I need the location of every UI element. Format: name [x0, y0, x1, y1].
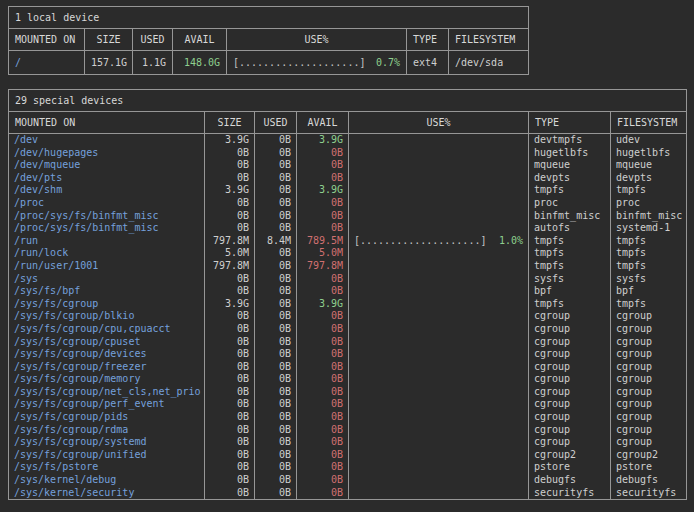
cell-mounted-on: /sys/fs/cgroup/unified — [9, 449, 205, 462]
table-row: /sys/fs/cgroup/systemd0B0B0Bcgroupcgroup — [9, 436, 687, 449]
cell-size: 0B — [205, 147, 255, 160]
table-row: /sys/fs/bpf0B0B0Bbpfbpf — [9, 285, 687, 298]
cell-used: 0B — [255, 159, 297, 172]
cell-use-percent — [349, 436, 529, 449]
cell-mounted-on: /sys/fs/cgroup/perf_event — [9, 398, 205, 411]
table-row: /sys/fs/cgroup/rdma0B0B0Bcgroupcgroup — [9, 424, 687, 437]
cell-avail: 0B — [297, 386, 349, 399]
cell-use-percent — [349, 134, 529, 147]
cell-type: binfmt_misc — [529, 210, 611, 223]
cell-filesystem: tmpfs — [611, 247, 687, 260]
cell-used: 0B — [255, 184, 297, 197]
cell-filesystem: proc — [611, 197, 687, 210]
table-row: /sys/fs/cgroup/unified0B0B0Bcgroup2cgrou… — [9, 449, 687, 462]
cell-mounted-on: /sys/fs/cgroup/memory — [9, 373, 205, 386]
cell-mounted-on: /proc — [9, 197, 205, 210]
cell-filesystem: cgroup — [611, 398, 687, 411]
cell-avail: 789.5M — [297, 235, 349, 248]
cell-mounted-on: /run/lock — [9, 247, 205, 260]
local-device-rows: /157.1G1.1G148.0G[....................]0… — [9, 51, 529, 75]
cell-use-percent — [349, 310, 529, 323]
cell-used: 0B — [255, 285, 297, 298]
cell-avail: 3.9G — [297, 298, 349, 311]
cell-type: cgroup — [529, 323, 611, 336]
cell-size: 0B — [205, 386, 255, 399]
cell-avail: 0B — [297, 323, 349, 336]
cell-size: 0B — [205, 487, 255, 500]
cell-type: cgroup — [529, 348, 611, 361]
cell-filesystem: tmpfs — [611, 260, 687, 273]
column-header-mounted-on: MOUNTED ON — [9, 29, 85, 51]
cell-avail: 0B — [297, 210, 349, 223]
cell-type: autofs — [529, 222, 611, 235]
cell-filesystem: cgroup — [611, 310, 687, 323]
cell-used: 0B — [255, 247, 297, 260]
table-row: /sys/fs/cgroup/blkio0B0B0Bcgroupcgroup — [9, 310, 687, 323]
usage-percent: 0.7% — [376, 57, 400, 68]
column-header-avail: AVAIL — [297, 112, 349, 134]
cell-type: debugfs — [529, 474, 611, 487]
cell-type: mqueue — [529, 159, 611, 172]
cell-size: 0B — [205, 273, 255, 286]
cell-avail: 0B — [297, 147, 349, 160]
cell-use-percent — [349, 398, 529, 411]
column-header-row: MOUNTED ON SIZE USED AVAIL USE% TYPE FIL… — [9, 29, 529, 51]
cell-mounted-on: /run/user/1001 — [9, 260, 205, 273]
cell-used: 0B — [255, 210, 297, 223]
cell-type: bpf — [529, 285, 611, 298]
cell-avail: 0B — [297, 273, 349, 286]
terminal-output[interactable]: 1 local device MOUNTED ON SIZE USED AVAI… — [0, 0, 694, 506]
table-row: /sys/kernel/security0B0B0Bsecurityfssecu… — [9, 487, 687, 500]
cell-avail: 0B — [297, 487, 349, 500]
cell-type: cgroup — [529, 436, 611, 449]
cell-type: cgroup — [529, 373, 611, 386]
cell-use-percent — [349, 411, 529, 424]
cell-used: 0B — [255, 323, 297, 336]
cell-used: 0B — [255, 398, 297, 411]
cell-size: 0B — [205, 373, 255, 386]
table-row: /sys/kernel/debug0B0B0Bdebugfsdebugfs — [9, 474, 687, 487]
column-header-filesystem: FILESYSTEM — [611, 112, 687, 134]
cell-used: 0B — [255, 147, 297, 160]
cell-type: devpts — [529, 172, 611, 185]
cell-use-percent — [349, 298, 529, 311]
cell-use-percent — [349, 285, 529, 298]
cell-type: sysfs — [529, 273, 611, 286]
cell-filesystem: mqueue — [611, 159, 687, 172]
cell-mounted-on: /dev/pts — [9, 172, 205, 185]
table-row: /sys/fs/cgroup/pids0B0B0Bcgroupcgroup — [9, 411, 687, 424]
cell-mounted-on: /sys/fs/bpf — [9, 285, 205, 298]
cell-avail: 0B — [297, 461, 349, 474]
table-row: /run797.8M8.4M789.5M[...................… — [9, 235, 687, 248]
cell-use-percent — [349, 487, 529, 500]
cell-use-percent — [349, 159, 529, 172]
cell-use-percent — [349, 323, 529, 336]
cell-type: tmpfs — [529, 184, 611, 197]
column-header-size: SIZE — [85, 29, 133, 51]
cell-use-percent: [....................]1.0% — [349, 235, 529, 248]
cell-mounted-on: /proc/sys/fs/binfmt_misc — [9, 210, 205, 223]
column-header-row: MOUNTED ON SIZE USED AVAIL USE% TYPE FIL… — [9, 112, 687, 134]
cell-use-percent — [349, 172, 529, 185]
cell-avail: 0B — [297, 398, 349, 411]
cell-size: 0B — [205, 159, 255, 172]
cell-avail: 0B — [297, 222, 349, 235]
cell-mounted-on: /sys/kernel/debug — [9, 474, 205, 487]
cell-size: 797.8M — [205, 260, 255, 273]
cell-filesystem: debugfs — [611, 474, 687, 487]
cell-filesystem: binfmt_misc — [611, 210, 687, 223]
cell-avail: 5.0M — [297, 247, 349, 260]
cell-size: 0B — [205, 222, 255, 235]
cell-type: cgroup — [529, 398, 611, 411]
cell-use-percent — [349, 273, 529, 286]
cell-use-percent — [349, 461, 529, 474]
cell-avail: 797.8M — [297, 260, 349, 273]
cell-mounted-on: /run — [9, 235, 205, 248]
cell-avail: 0B — [297, 159, 349, 172]
column-header-size: SIZE — [205, 112, 255, 134]
cell-size: 0B — [205, 323, 255, 336]
cell-type: cgroup — [529, 424, 611, 437]
cell-mounted-on: /sys/kernel/security — [9, 487, 205, 500]
table-row: /run/lock5.0M0B5.0Mtmpfstmpfs — [9, 247, 687, 260]
cell-filesystem: hugetlbfs — [611, 147, 687, 160]
